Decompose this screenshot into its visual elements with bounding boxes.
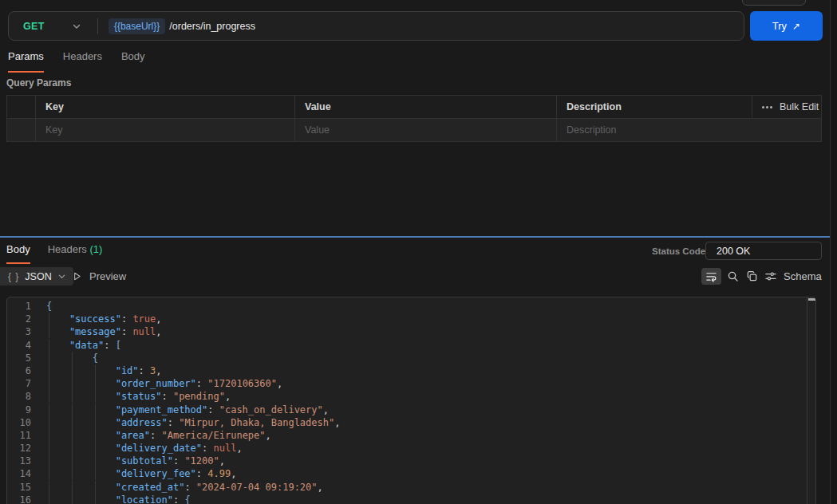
indent-guide xyxy=(46,339,69,352)
param-row-checkbox-cell[interactable] xyxy=(7,119,36,141)
code-line: 2"success": true, xyxy=(7,313,815,325)
param-row xyxy=(7,119,821,141)
url-path-input[interactable]: /orders/in_progress xyxy=(169,21,255,32)
status-code-input[interactable] xyxy=(705,242,822,260)
indent-guide xyxy=(93,467,116,480)
word-wrap-icon xyxy=(705,270,717,282)
word-wrap-toggle-button[interactable] xyxy=(701,268,721,285)
key-column-header: Key xyxy=(36,96,295,118)
indent-guide xyxy=(46,481,69,494)
play-icon xyxy=(72,271,82,282)
cropped-top-button[interactable] xyxy=(742,0,806,6)
indent-guide xyxy=(46,325,69,338)
try-button-label: Try xyxy=(772,20,787,32)
description-column-header: Description xyxy=(557,96,752,118)
indent-guide xyxy=(93,481,116,494)
indent-guide xyxy=(46,364,69,377)
indent-guide xyxy=(46,390,69,403)
code-line: 1{ xyxy=(7,300,815,313)
indent-guide xyxy=(93,494,116,504)
indent-guide xyxy=(46,455,69,467)
param-value-input[interactable] xyxy=(295,119,556,141)
indent-guide xyxy=(69,404,93,416)
indent-guide xyxy=(46,494,69,504)
indent-guide xyxy=(69,364,93,377)
external-link-arrow-icon: ↗ xyxy=(792,21,800,32)
bulk-edit-button[interactable]: Bulk Edit xyxy=(752,96,821,118)
line-number: 9 xyxy=(7,404,31,416)
line-number: 7 xyxy=(7,377,31,390)
response-tab-body[interactable]: Body xyxy=(6,243,30,264)
baseurl-variable-badge[interactable]: {{baseUrl}} xyxy=(109,18,165,34)
bulk-edit-label: Bulk Edit xyxy=(780,101,819,112)
indent-guide xyxy=(93,455,116,467)
indent-guide xyxy=(46,377,69,390)
line-number: 13 xyxy=(7,455,31,467)
panel-resize-divider[interactable] xyxy=(0,236,830,238)
value-column-header: Value xyxy=(295,96,557,118)
line-number: 4 xyxy=(7,339,31,352)
code-line: 3"message": null, xyxy=(7,325,815,338)
code-line: 4"data": [ xyxy=(7,339,815,352)
code-line: 6"id": 3, xyxy=(7,364,815,377)
status-code-label: Status Code xyxy=(652,246,705,256)
line-number: 8 xyxy=(7,390,31,403)
try-button[interactable]: Try ↗ xyxy=(750,11,823,41)
response-tab-headers[interactable]: Headers (1) xyxy=(48,243,103,264)
code-lines: 1{2"success": true,3"message": null,4"da… xyxy=(7,297,815,504)
response-format-select[interactable]: { } JSON xyxy=(0,267,73,285)
response-code-editor[interactable]: 1{2"success": true,3"message": null,4"da… xyxy=(6,297,816,504)
line-number: 16 xyxy=(7,494,31,504)
indent-guide xyxy=(46,416,69,429)
editor-scrollbar-track[interactable] xyxy=(807,297,815,504)
tab-body[interactable]: Body xyxy=(121,50,145,73)
indent-guide xyxy=(93,364,116,377)
indent-guide xyxy=(93,429,116,442)
line-number: 1 xyxy=(7,300,31,313)
copy-button[interactable] xyxy=(742,268,762,285)
request-tabs: Params Headers Body xyxy=(8,50,145,73)
method-select-value[interactable]: GET xyxy=(23,21,45,32)
api-client-window: GET {{baseUrl}} /orders/in_progress Try … xyxy=(0,0,837,504)
params-table: Key Value Description Bulk Edit xyxy=(6,95,822,142)
code-line: 8"status": "pending", xyxy=(7,390,815,403)
param-description-input[interactable] xyxy=(557,119,821,141)
ellipsis-icon xyxy=(762,106,772,108)
editor-scrollbar-thumb[interactable] xyxy=(808,298,815,301)
schema-button[interactable]: Schema xyxy=(764,268,822,285)
preview-button[interactable]: Preview xyxy=(72,267,126,285)
chevron-down-icon[interactable] xyxy=(72,22,81,31)
schema-label: Schema xyxy=(784,270,822,282)
search-icon xyxy=(727,270,739,282)
sliders-icon xyxy=(764,270,777,282)
query-params-title: Query Params xyxy=(6,77,71,89)
code-line: 13"subtotal": "1200", xyxy=(7,455,815,467)
code-line: 11"area": "America/Eirunepe", xyxy=(7,429,815,442)
param-key-input[interactable] xyxy=(36,119,294,141)
request-url-bar[interactable]: GET {{baseUrl}} /orders/in_progress xyxy=(8,11,744,41)
copy-icon xyxy=(746,270,758,282)
indent-guide xyxy=(69,455,93,467)
page-scrollbar-track[interactable] xyxy=(830,0,837,504)
indent-guide xyxy=(69,429,93,442)
code-line: 7"order_number": "1720106360", xyxy=(7,377,815,390)
indent-guide xyxy=(93,416,116,429)
indent-guide xyxy=(46,467,69,480)
chevron-down-icon xyxy=(57,272,66,281)
line-number: 12 xyxy=(7,442,31,455)
search-button[interactable] xyxy=(723,268,743,285)
indent-guide xyxy=(46,404,69,416)
indent-guide xyxy=(69,494,93,504)
indent-guide xyxy=(93,390,116,403)
tab-params[interactable]: Params xyxy=(8,50,44,73)
code-line: 15"created_at": "2024-07-04 09:19:20", xyxy=(7,481,815,494)
line-number: 10 xyxy=(7,416,31,429)
checkbox-column-header xyxy=(7,96,36,118)
line-number: 6 xyxy=(7,364,31,377)
tab-headers[interactable]: Headers xyxy=(63,50,102,73)
indent-guide xyxy=(46,313,69,325)
line-number: 3 xyxy=(7,325,31,338)
indent-guide xyxy=(46,442,69,455)
format-select-value: JSON xyxy=(25,271,51,282)
indent-guide xyxy=(93,377,116,390)
